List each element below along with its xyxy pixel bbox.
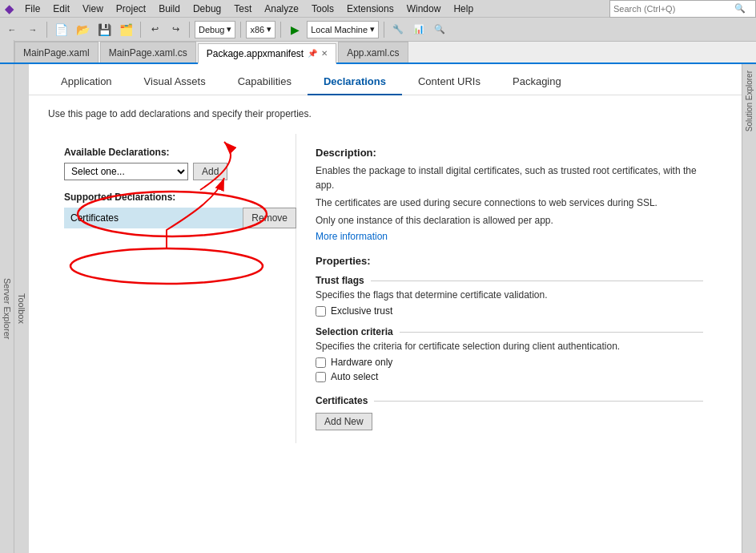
debug-config-chevron: ▾ [227,24,231,34]
menu-debug[interactable]: Debug [187,2,227,16]
exclusive-trust-checkbox[interactable] [316,306,326,317]
selection-criteria-header: Selection criteria [316,326,703,337]
save-all-btn[interactable]: 🗂️ [117,21,135,38]
debug-config-dropdown[interactable]: Debug ▾ [195,21,235,38]
hardware-only-row: Hardware only [316,357,703,368]
selection-criteria-desc: Specifies the criteria for certificate s… [316,341,703,352]
run-target-chevron: ▾ [370,24,375,34]
tab-app-xaml-cs[interactable]: App.xaml.cs [338,42,408,63]
manifest-tab-application[interactable]: Application [45,71,128,95]
toolbar-sep-4 [240,22,241,38]
trust-flags-desc: Specifies the flags that determine certi… [316,289,703,301]
annotation-svg [48,134,296,486]
toolbar-sep-6 [384,22,384,38]
open-btn[interactable]: 📂 [74,21,92,38]
hardware-only-label: Hardware only [331,357,392,368]
tab-bar: MainPage.xaml MainPage.xaml.cs Package.a… [0,42,756,64]
menu-window[interactable]: Window [400,2,448,16]
undo-btn[interactable]: ↩ [146,21,163,38]
hardware-only-checkbox[interactable] [316,357,326,368]
toolbar-sep-3 [189,22,190,38]
trust-flags-label: Trust flags [316,275,364,286]
content-area: Application Visual Assets Capabilities D… [29,64,742,553]
tab-label-mainpage-xaml-cs: MainPage.xaml.cs [109,47,187,59]
toolbar-extra-1[interactable]: 🔧 [389,21,407,38]
available-decl-row: Select one... Add [64,163,279,180]
two-col-layout: Available Declarations: Select one... Ad… [48,134,722,443]
menu-analyze[interactable]: Analyze [258,2,305,16]
menu-file[interactable]: File [18,2,46,16]
menu-view[interactable]: View [76,2,110,16]
menu-tools[interactable]: Tools [305,2,340,16]
exclusive-trust-row: Exclusive trust [316,305,703,317]
auto-select-label: Auto select [331,371,378,382]
platform-chevron: ▾ [267,24,271,34]
run-target-dropdown[interactable]: Local Machine ▾ [307,21,379,38]
solution-explorer-label[interactable]: Solution Explorer [743,67,755,135]
description-line-3: Only one instance of this declaration is… [316,213,703,228]
selection-criteria-label: Selection criteria [316,326,393,337]
toolbar-sep-1 [46,22,47,38]
certificates-line [374,401,703,402]
menu-project[interactable]: Project [110,2,152,16]
supported-decl-row: Certificates Remove [64,208,296,228]
add-button[interactable]: Add [193,163,227,180]
run-btn[interactable]: ▶ [286,21,304,38]
tab-pin-icon[interactable]: 📌 [308,49,317,58]
manifest-tab-bar: Application Visual Assets Capabilities D… [29,64,742,95]
supported-item-certificates[interactable]: Certificates [64,212,243,224]
tab-label-mainpage-xaml: MainPage.xaml [23,47,90,59]
toolbar-extra-2[interactable]: 📊 [410,21,428,38]
manifest-tab-visual-assets[interactable]: Visual Assets [128,71,222,95]
menu-help[interactable]: Help [447,2,480,16]
menu-extensions[interactable]: Extensions [340,2,400,16]
selection-criteria-line [400,332,703,333]
available-decl-select[interactable]: Select one... [64,163,188,180]
remove-button[interactable]: Remove [243,208,296,228]
toolbar-extra-3[interactable]: 🔍 [431,21,448,38]
back-btn[interactable]: ← [3,21,21,38]
menu-edit[interactable]: Edit [46,2,76,16]
vs-logo[interactable]: ◆ [0,2,18,15]
tab-package-manifest[interactable]: Package.appxmanifest 📌 ✕ [198,43,336,64]
menu-build[interactable]: Build [152,2,187,16]
new-project-btn[interactable]: 📄 [52,21,70,38]
more-information-link[interactable]: More information [316,231,388,242]
main-layout: Server Explorer Toolbox Application Visu… [0,64,756,553]
tab-close-package-manifest[interactable]: ✕ [321,49,328,58]
auto-select-checkbox[interactable] [316,372,326,382]
description-title: Description: [316,147,703,159]
trust-flags-section: Trust flags Specifies the flags that det… [316,275,703,317]
description-line-1: Enables the package to install digital c… [316,163,703,192]
toolbox-panel[interactable]: Toolbox [14,64,29,553]
search-box[interactable]: 🔍 [609,0,756,18]
platform-dropdown[interactable]: x86 ▾ [246,21,275,38]
supported-decl-label: Supported Declarations: [64,192,279,203]
debug-config-label: Debug [199,25,224,34]
manifest-tab-declarations[interactable]: Declarations [308,71,402,95]
menu-bar: ◆ File Edit View Project Build Debug Tes… [0,0,756,18]
search-icon: 🔍 [728,2,752,15]
manifest-tab-packaging[interactable]: Packaging [497,71,577,95]
add-new-button[interactable]: Add New [316,413,372,430]
menu-test[interactable]: Test [227,2,258,16]
page-description: Use this page to add declarations and sp… [48,108,722,119]
auto-select-row: Auto select [316,371,703,382]
manifest-tab-capabilities[interactable]: Capabilities [222,71,308,95]
exclusive-trust-label: Exclusive trust [331,305,392,317]
right-side-panel: Solution Explorer [742,64,756,553]
toolbar-sep-5 [280,22,281,38]
save-btn[interactable]: 💾 [95,21,114,38]
description-line-2: The certificates are used during secure … [316,196,703,210]
forward-btn[interactable]: → [24,21,42,38]
server-explorer-panel[interactable]: Server Explorer [0,64,14,553]
manifest-tab-content-uris[interactable]: Content URIs [402,71,497,95]
platform-label: x86 [250,25,264,34]
tab-mainpage-xaml[interactable]: MainPage.xaml [14,42,99,63]
search-input[interactable] [613,4,726,14]
tab-label-app-xaml-cs: App.xaml.cs [347,47,399,59]
left-column: Available Declarations: Select one... Ad… [48,134,296,443]
tab-mainpage-xaml-cs[interactable]: MainPage.xaml.cs [100,42,196,63]
right-column: Description: Enables the package to inst… [296,134,722,443]
redo-btn[interactable]: ↪ [167,21,184,38]
